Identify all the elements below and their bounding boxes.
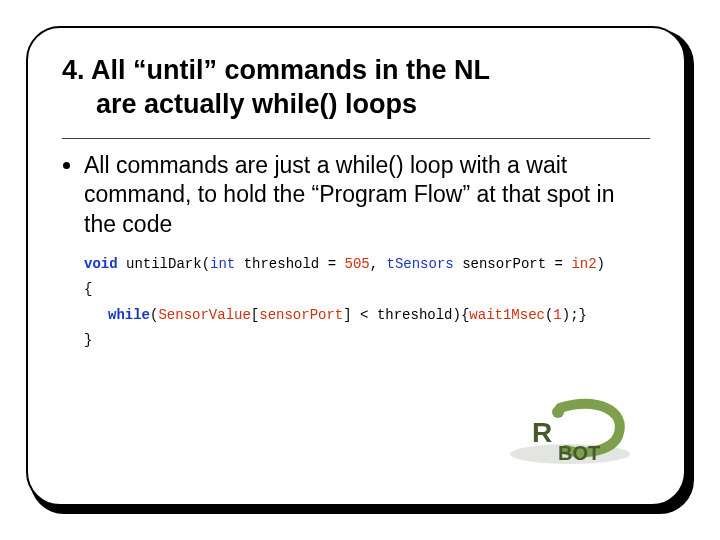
type-int: int bbox=[210, 256, 235, 272]
svg-point-1 bbox=[552, 406, 564, 418]
slide: 4. All “until” commands in the NL are ac… bbox=[0, 0, 720, 540]
code-line-4: } bbox=[84, 328, 650, 353]
lt-op: < bbox=[352, 307, 377, 323]
keyword-void: void bbox=[84, 256, 118, 272]
paren-open: ( bbox=[202, 256, 210, 272]
while-paren-close: ) bbox=[453, 307, 461, 323]
threshold-ref: threshold bbox=[377, 307, 453, 323]
code-snippet: void untilDark(int threshold = 505, tSen… bbox=[84, 252, 650, 353]
bullet-list: All commands are just a while() loop wit… bbox=[62, 151, 650, 241]
frame: 4. All “until” commands in the NL are ac… bbox=[26, 26, 686, 506]
bracket-close: ] bbox=[343, 307, 351, 323]
sensorvalue: SensorValue bbox=[158, 307, 250, 323]
bracket-open: [ bbox=[251, 307, 259, 323]
divider bbox=[62, 138, 650, 139]
value-505: 505 bbox=[344, 256, 369, 272]
title-line-1: 4. All “until” commands in the NL bbox=[62, 55, 490, 85]
wait1msec: wait1Msec bbox=[469, 307, 545, 323]
wait-arg: 1 bbox=[553, 307, 561, 323]
semicolon: ; bbox=[570, 307, 578, 323]
code-line-3: while(SensorValue[sensorPort] < threshol… bbox=[84, 303, 650, 328]
robotc-logo: R BOT bbox=[500, 398, 640, 468]
sensorport-ref: sensorPort bbox=[259, 307, 343, 323]
logo-text-bot: BOT bbox=[558, 442, 600, 464]
function-name: untilDark bbox=[118, 256, 202, 272]
equals-2: = bbox=[555, 256, 572, 272]
code-line-2: { bbox=[84, 277, 650, 302]
slide-title: 4. All “until” commands in the NL are ac… bbox=[62, 54, 650, 122]
body-close: } bbox=[579, 307, 587, 323]
equals-1: = bbox=[328, 256, 345, 272]
value-in2: in2 bbox=[571, 256, 596, 272]
type-tsensors: tSensors bbox=[387, 256, 454, 272]
bullet-item: All commands are just a while() loop wit… bbox=[84, 151, 650, 241]
code-line-1: void untilDark(int threshold = 505, tSen… bbox=[84, 252, 650, 277]
param-threshold: threshold bbox=[235, 256, 327, 272]
brace-open: { bbox=[84, 281, 92, 297]
title-line-2: are actually while() loops bbox=[62, 89, 417, 119]
brace-close: } bbox=[84, 332, 92, 348]
param-sensorport: sensorPort bbox=[454, 256, 555, 272]
wait-paren-close: ) bbox=[562, 307, 570, 323]
comma: , bbox=[370, 256, 387, 272]
keyword-while: while bbox=[108, 307, 150, 323]
paren-close: ) bbox=[597, 256, 605, 272]
logo-letter-r: R bbox=[532, 417, 552, 448]
